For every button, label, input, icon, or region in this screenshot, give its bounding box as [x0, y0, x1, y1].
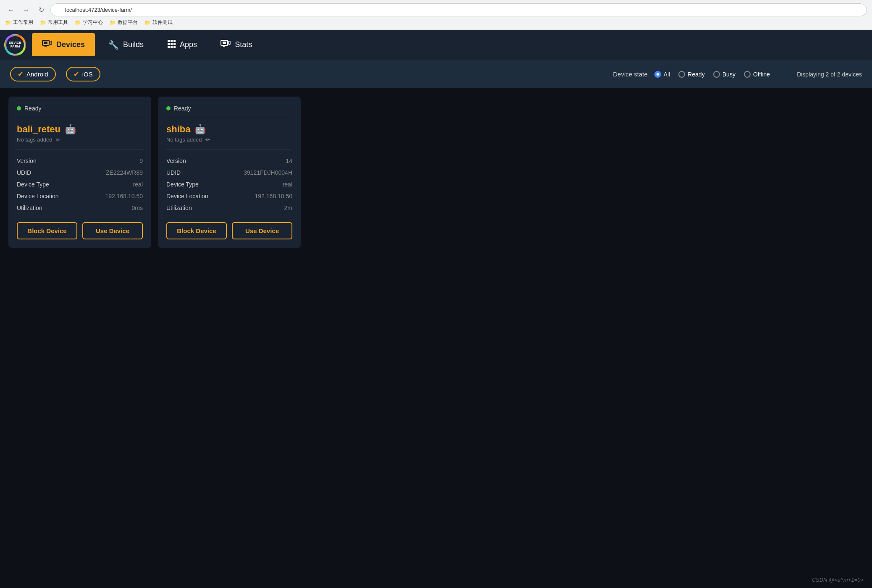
svg-rect-3 [50, 41, 52, 45]
apps-icon [167, 39, 176, 50]
tab-stats[interactable]: Stats [209, 30, 264, 60]
device-name-1: shiba [166, 124, 190, 135]
device-name-row-0: bali_reteu 🤖 [17, 124, 143, 135]
tags-text-0: No tags added [17, 136, 53, 143]
browser-chrome: ← → ↻ ⓘ localhost:4723/device-farm/ 📁 工作… [0, 0, 872, 30]
ios-filter-label: iOS [82, 71, 93, 78]
svg-rect-11 [171, 46, 173, 48]
svg-rect-10 [168, 46, 170, 48]
udid-row-0: UDID ZE2224WR89 [17, 167, 143, 178]
location-value-1: 192.168.10.50 [255, 193, 292, 200]
type-label-1: Device Type [166, 181, 199, 188]
type-row-0: Device Type real [17, 178, 143, 190]
utilization-row-1: Utilization 2m [166, 202, 292, 214]
edit-icon-1[interactable]: ✏ [205, 136, 210, 143]
utilization-label-0: Utilization [17, 205, 42, 211]
tab-devices[interactable]: Devices [32, 33, 95, 56]
radio-ready-label: Ready [688, 71, 704, 78]
ios-filter[interactable]: ✔ iOS [66, 67, 100, 81]
utilization-value-1: 2m [284, 205, 292, 211]
device-card-0: Ready bali_reteu 🤖 No tags added ✏ Versi… [8, 97, 151, 248]
display-count: Displaying 2 of 2 devices [797, 71, 862, 78]
app-logo[interactable]: DEVICE FARM [0, 30, 30, 60]
android-filter[interactable]: ✔ Android [10, 67, 56, 81]
device-divider-0 [17, 117, 143, 117]
svg-rect-16 [229, 41, 230, 45]
use-device-button-1[interactable]: Use Device [232, 222, 292, 239]
stats-icon [221, 40, 231, 50]
bookmark-3[interactable]: 📁 数据平台 [110, 19, 138, 26]
block-device-button-0[interactable]: Block Device [17, 222, 77, 239]
back-button[interactable]: ← [5, 4, 17, 16]
location-label-0: Device Location [17, 193, 59, 200]
filter-bar: ✔ Android ✔ iOS Device state All Ready B… [0, 60, 872, 88]
utilization-row-0: Utilization 0ms [17, 202, 143, 214]
card-actions-1: Block Device Use Device [166, 222, 292, 239]
device-info-table-1: Version 14 UDID 39121FDJH0004H Device Ty… [166, 155, 292, 214]
version-value-0: 9 [139, 158, 143, 164]
radio-ready[interactable]: Ready [678, 71, 704, 78]
device-status-0: Ready [17, 105, 143, 112]
device-state-label: Device state [613, 71, 648, 78]
use-device-button-0[interactable]: Use Device [82, 222, 143, 239]
location-row-1: Device Location 192.168.10.50 [166, 190, 292, 202]
address-bar[interactable]: ⓘ localhost:4723/device-farm/ [50, 3, 867, 16]
version-label-0: Version [17, 158, 37, 164]
udid-row-1: UDID 39121FDJH0004H [166, 167, 292, 178]
bookmark-2[interactable]: 📁 学习中心 [75, 19, 103, 26]
radio-offline[interactable]: Offline [744, 71, 770, 78]
udid-label-0: UDID [17, 169, 31, 176]
svg-rect-14 [223, 42, 226, 44]
svg-rect-12 [173, 46, 176, 48]
tab-builds-label: Builds [123, 40, 144, 49]
bookmark-1[interactable]: 📁 常用工具 [40, 19, 68, 26]
radio-busy-label: Busy [722, 71, 735, 78]
radio-busy[interactable]: Busy [713, 71, 735, 78]
reload-button[interactable]: ↻ [35, 4, 47, 16]
radio-group: All Ready Busy Offline [654, 71, 770, 78]
block-device-button-1[interactable]: Block Device [166, 222, 227, 239]
device-name-row-1: shiba 🤖 [166, 124, 292, 135]
info-divider-0 [17, 150, 143, 150]
ios-check-icon: ✔ [74, 70, 79, 78]
logo-line2: FARM [11, 45, 20, 49]
svg-rect-7 [168, 43, 170, 45]
svg-rect-1 [44, 42, 47, 44]
status-text-1: Ready [174, 105, 191, 112]
svg-rect-8 [171, 43, 173, 45]
udid-value-0: ZE2224WR89 [106, 169, 143, 176]
udid-value-1: 39121FDJH0004H [244, 169, 292, 176]
status-text-0: Ready [24, 105, 41, 112]
forward-button[interactable]: → [20, 4, 32, 16]
url-text: localhost:4723/device-farm/ [65, 7, 132, 13]
radio-all-label: All [664, 71, 670, 78]
device-name-0: bali_reteu [17, 124, 60, 135]
version-row-1: Version 14 [166, 155, 292, 167]
android-filter-label: Android [26, 71, 48, 78]
tab-builds[interactable]: 🔧 Builds [97, 30, 155, 60]
version-label-1: Version [166, 158, 186, 164]
folder-icon-1: 📁 [40, 20, 46, 26]
builds-icon: 🔧 [108, 40, 119, 50]
android-icon-0: 🤖 [65, 124, 76, 135]
type-row-1: Device Type real [166, 178, 292, 190]
location-row-0: Device Location 192.168.10.50 [17, 190, 143, 202]
edit-icon-0[interactable]: ✏ [56, 136, 60, 143]
device-status-1: Ready [166, 105, 292, 112]
devices-grid: Ready bali_reteu 🤖 No tags added ✏ Versi… [8, 97, 864, 248]
bookmark-label-0: 工作常用 [13, 19, 33, 26]
bookmark-4[interactable]: 📁 软件测试 [144, 19, 173, 26]
bookmark-label-2: 学习中心 [83, 19, 103, 26]
radio-all[interactable]: All [654, 71, 670, 78]
bookmark-0[interactable]: 📁 工作常用 [5, 19, 33, 26]
radio-dot-offline [744, 71, 751, 78]
radio-dot-all [654, 71, 661, 78]
location-label-1: Device Location [166, 193, 208, 200]
version-value-1: 14 [286, 158, 292, 164]
folder-icon-0: 📁 [5, 20, 11, 26]
bookmark-label-3: 数据平台 [118, 19, 138, 26]
device-info-table-0: Version 9 UDID ZE2224WR89 Device Type re… [17, 155, 143, 214]
browser-nav: ← → ↻ ⓘ localhost:4723/device-farm/ [5, 3, 867, 16]
app-header: DEVICE FARM Devices 🔧 Builds [0, 30, 872, 60]
tab-apps[interactable]: Apps [155, 30, 209, 60]
